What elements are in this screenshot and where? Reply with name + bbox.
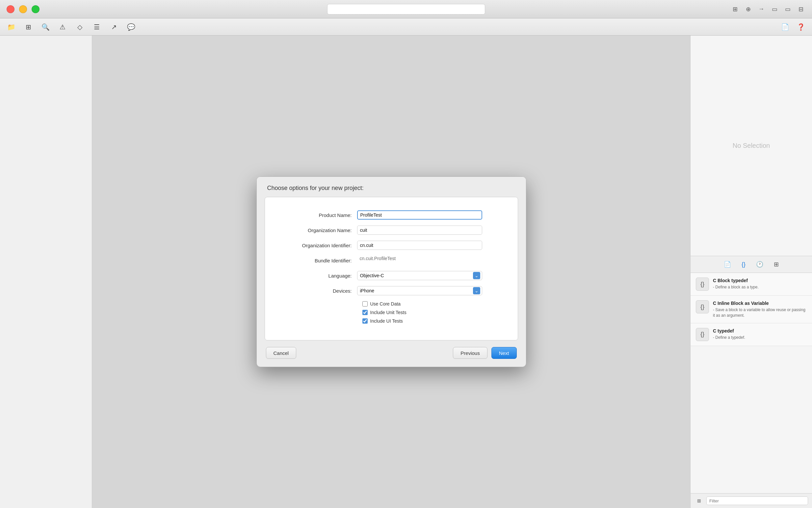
include-unit-tests-row: Include Unit Tests [272, 310, 511, 315]
dialog-header: Choose options for your new project: [257, 177, 526, 197]
main-layout: Choose options for your new project: Pro… [0, 36, 812, 508]
snippet-desc-1: - Save a block to a variable to allow re… [713, 307, 807, 319]
main-toolbar: 📁 ⊞ 🔍 ⚠ ◇ ☰ ↗ 💬 📄 ❓ [0, 18, 812, 36]
inspector-grid-icon[interactable]: ⊞ [772, 259, 780, 269]
snippet-title-0: C Block typedef [713, 278, 748, 283]
sidebar-right: No Selection 📄 {} 🕐 ⊞ {} C Block typedef… [690, 36, 812, 508]
language-row: Language: Objective-C Swift [272, 271, 511, 280]
product-name-row: Product Name: [272, 210, 511, 220]
layout-icon-6[interactable]: ⊟ [796, 5, 805, 14]
toolbar-warning-icon[interactable]: ⚠ [57, 21, 69, 33]
new-project-dialog: Choose options for your new project: Pro… [257, 176, 526, 367]
use-core-data-row: Use Core Data [272, 301, 511, 306]
sidebar-left [0, 36, 92, 508]
org-name-label: Organization Name: [272, 227, 357, 233]
snippet-item-1[interactable]: {} C Inline Block as Variable - Save a b… [690, 296, 812, 323]
snippet-text-2: C typedef - Define a typedef. [713, 328, 745, 340]
dialog-title: Choose options for your new project: [267, 185, 364, 191]
inspector-code-icon[interactable]: {} [740, 260, 747, 269]
title-search-bar[interactable] [327, 4, 485, 14]
layout-icon-3[interactable]: → [757, 5, 766, 14]
dialog-overlay: Choose options for your new project: Pro… [92, 36, 690, 508]
include-unit-tests-label[interactable]: Include Unit Tests [370, 310, 406, 315]
no-selection-text: No Selection [733, 142, 770, 150]
snippet-desc-0: - Define a block as a type. [713, 285, 759, 290]
org-id-label: Organization Identifier: [272, 243, 357, 248]
next-button[interactable]: Next [491, 347, 517, 359]
titlebar-center [327, 4, 485, 14]
footer-left: Cancel [266, 347, 297, 359]
devices-row: Devices: iPhone iPad Universal [272, 286, 511, 295]
product-name-input[interactable] [357, 210, 482, 220]
center-area: Choose options for your new project: Pro… [92, 36, 690, 508]
org-id-input[interactable] [357, 241, 482, 250]
previous-button[interactable]: Previous [453, 347, 487, 359]
inspector-icon-1[interactable]: 📄 [779, 21, 791, 33]
product-name-label: Product Name: [272, 212, 357, 218]
snippet-icon-0: {} [696, 278, 709, 291]
toolbar-folder-icon[interactable]: 📁 [5, 21, 17, 33]
toolbar-speech-icon[interactable]: 💬 [125, 21, 137, 33]
layout-icon-2[interactable]: ⊕ [743, 5, 753, 14]
language-label: Language: [272, 273, 357, 279]
maximize-button[interactable] [32, 5, 40, 13]
snippet-item-0[interactable]: {} C Block typedef - Define a block as a… [690, 273, 812, 296]
inspector-file-icon[interactable]: 📄 [722, 259, 732, 269]
bundle-id-row: Bundle Identifier: cn.cuit.ProfileTest [272, 256, 511, 265]
devices-select[interactable]: iPhone iPad Universal [357, 286, 482, 295]
snippet-icon-1: {} [696, 300, 709, 313]
devices-select-wrapper: iPhone iPad Universal [357, 286, 482, 295]
use-core-data-checkbox[interactable] [362, 301, 368, 306]
close-button[interactable] [7, 5, 14, 13]
devices-label: Devices: [272, 288, 357, 294]
dialog-footer: Cancel Previous Next [257, 340, 526, 367]
use-core-data-label[interactable]: Use Core Data [370, 301, 401, 306]
traffic-lights [7, 5, 40, 13]
filter-bar: ⊞ [690, 493, 812, 508]
inspector-clock-icon[interactable]: 🕐 [755, 259, 765, 269]
include-unit-tests-checkbox[interactable] [362, 310, 368, 315]
inspector-no-selection: No Selection [690, 36, 812, 256]
include-ui-tests-row: Include UI Tests [272, 319, 511, 324]
include-ui-tests-checkbox[interactable] [362, 319, 368, 324]
org-name-row: Organization Name: [272, 225, 511, 235]
language-select-wrapper: Objective-C Swift [357, 271, 482, 280]
snippet-title-2: C typedef [713, 328, 734, 334]
toolbar-tag-icon[interactable]: ↗ [108, 21, 120, 33]
bundle-id-value: cn.cuit.ProfileTest [357, 256, 482, 265]
filter-input[interactable] [706, 497, 808, 505]
snippet-text-0: C Block typedef - Define a block as a ty… [713, 278, 759, 290]
snippets-list: {} C Block typedef - Define a block as a… [690, 273, 812, 493]
snippet-icon-2: {} [696, 328, 709, 341]
layout-icon-5[interactable]: ▭ [783, 5, 792, 14]
snippet-text-1: C Inline Block as Variable - Save a bloc… [713, 300, 807, 319]
toolbar-bookmark-icon[interactable]: ◇ [74, 21, 86, 33]
grid-view-icon[interactable]: ⊞ [694, 496, 704, 505]
snippet-title-1: C Inline Block as Variable [713, 301, 769, 306]
cancel-button[interactable]: Cancel [266, 347, 297, 359]
layout-icon-4[interactable]: ▭ [770, 5, 779, 14]
minimize-button[interactable] [19, 5, 27, 13]
toolbar-grid-icon[interactable]: ⊞ [22, 21, 34, 33]
dialog-body: Product Name: Organization Name: Organiz… [265, 197, 518, 340]
snippet-desc-2: - Define a typedef. [713, 335, 745, 340]
language-select[interactable]: Objective-C Swift [357, 271, 482, 280]
org-id-row: Organization Identifier: [272, 241, 511, 250]
toolbar-search-icon[interactable]: 🔍 [40, 21, 51, 33]
layout-icon-1[interactable]: ⊞ [730, 5, 739, 14]
snippet-item-2[interactable]: {} C typedef - Define a typedef. [690, 323, 812, 346]
inspector-toolbar: 📄 {} 🕐 ⊞ [690, 256, 812, 273]
titlebar: ⊞ ⊕ → ▭ ▭ ⊟ [0, 0, 812, 18]
include-ui-tests-label[interactable]: Include UI Tests [370, 319, 403, 324]
bundle-id-label: Bundle Identifier: [272, 258, 357, 263]
org-name-input[interactable] [357, 225, 482, 235]
titlebar-right-icons: ⊞ ⊕ → ▭ ▭ ⊟ [730, 5, 805, 14]
inspector-icon-2[interactable]: ❓ [795, 21, 807, 33]
toolbar-list-icon[interactable]: ☰ [91, 21, 103, 33]
